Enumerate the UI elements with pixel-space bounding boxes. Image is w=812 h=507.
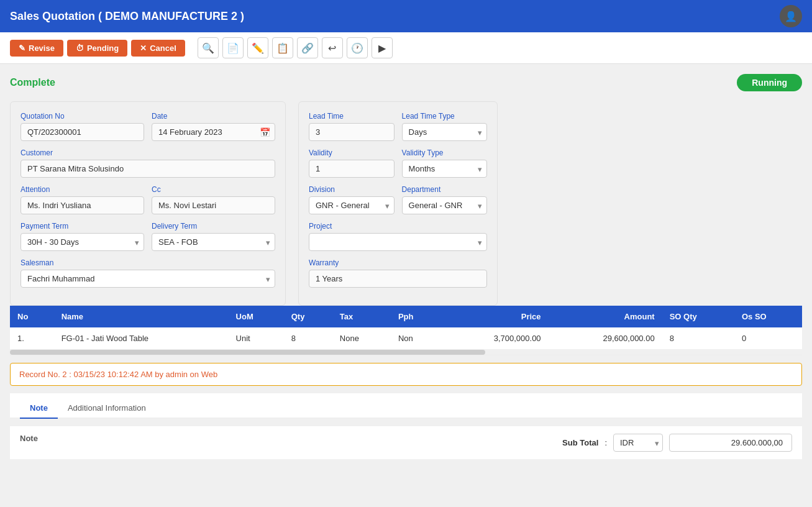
- cc-input[interactable]: [152, 196, 275, 214]
- cell-os-so: 0: [734, 327, 802, 350]
- warranty-input[interactable]: [309, 270, 487, 288]
- col-so-qty: SO Qty: [662, 306, 734, 327]
- division-select[interactable]: GNR - General: [309, 196, 395, 214]
- lead-time-group: Lead Time: [309, 112, 395, 141]
- col-no: No: [10, 306, 54, 327]
- project-select[interactable]: [309, 233, 487, 251]
- clock-icon-button[interactable]: 🕐: [347, 37, 368, 58]
- currency-select[interactable]: IDR USD EUR: [613, 434, 663, 452]
- cc-group: Cc: [152, 185, 275, 214]
- table-row[interactable]: 1. FG-01 - Jati Wood Table Unit 8 None N…: [10, 327, 802, 350]
- subtotal-amount-input[interactable]: [669, 434, 792, 452]
- lead-time-row: Lead Time Lead Time Type Days Months: [309, 112, 487, 148]
- payment-term-select[interactable]: 30H - 30 Days: [21, 233, 144, 251]
- quotation-no-label: Quotation No: [21, 112, 144, 121]
- tab-additional-information[interactable]: Additional Information: [58, 398, 156, 419]
- lead-time-input[interactable]: [309, 123, 395, 141]
- lead-time-type-select[interactable]: Days Months: [402, 123, 488, 141]
- search-icon-button[interactable]: 🔍: [198, 37, 219, 58]
- delivery-term-select[interactable]: SEA - FOB: [152, 233, 275, 251]
- subtotal-label: Sub Total: [562, 438, 598, 447]
- col-price: Price: [442, 306, 549, 327]
- department-label: Department: [402, 185, 488, 194]
- customer-input[interactable]: [21, 160, 275, 178]
- send-icon-button[interactable]: ▶: [372, 37, 393, 58]
- cancel-button[interactable]: ✕ Cancel: [131, 40, 185, 57]
- pending-icon: ⏱: [76, 43, 84, 53]
- tabs-row: Note Additional Information: [10, 393, 802, 419]
- delivery-term-group: Delivery Term SEA - FOB: [152, 222, 275, 251]
- lead-time-type-group: Lead Time Type Days Months: [402, 112, 488, 141]
- payment-term-select-wrapper: 30H - 30 Days: [21, 233, 144, 251]
- lead-time-type-label: Lead Time Type: [402, 112, 488, 121]
- quotation-no-input[interactable]: [21, 123, 144, 141]
- col-name: Name: [54, 306, 229, 327]
- validity-label: Validity: [309, 148, 395, 157]
- division-department-row: Division GNR - General Department Genera…: [309, 185, 487, 222]
- scrollbar-thumb[interactable]: [10, 350, 485, 355]
- payment-term-label: Payment Term: [21, 222, 144, 231]
- department-group: Department General - GNR: [402, 185, 488, 214]
- subtotal-section: Sub Total : IDR USD EUR: [562, 434, 792, 452]
- warranty-label: Warranty: [309, 258, 487, 267]
- cell-amount: 29,600,000.00: [549, 327, 662, 350]
- date-wrapper: [152, 123, 275, 141]
- cell-no: 1.: [10, 327, 54, 350]
- document-icon-button[interactable]: 📄: [222, 37, 244, 58]
- copy-icon-button[interactable]: 📋: [272, 37, 293, 58]
- delivery-term-label: Delivery Term: [152, 222, 275, 231]
- cell-uom: Unit: [229, 327, 284, 350]
- col-amount: Amount: [549, 306, 662, 327]
- revise-icon: ✎: [19, 43, 25, 53]
- back-icon-button[interactable]: ↩: [322, 37, 343, 58]
- project-select-wrapper: [309, 233, 487, 251]
- col-tax: Tax: [332, 306, 391, 327]
- validity-type-select[interactable]: Months Days: [402, 160, 488, 178]
- revise-button[interactable]: ✎ Revise: [10, 40, 63, 57]
- attention-input[interactable]: [21, 196, 144, 214]
- cell-so-qty: 8: [662, 327, 734, 350]
- col-uom: UoM: [229, 306, 284, 327]
- validity-type-select-wrapper: Months Days: [402, 160, 488, 178]
- subtotal-colon: :: [604, 438, 607, 447]
- edit-icon-button[interactable]: ✏️: [247, 37, 268, 58]
- running-badge: Running: [737, 74, 802, 91]
- table-container: No Name UoM Qty Tax Pph Price Amount SO …: [10, 306, 802, 355]
- header: Sales Quotation ( DEMO MANUFACTURE 2 ) 👤: [0, 0, 812, 32]
- lead-time-type-select-wrapper: Days Months: [402, 123, 488, 141]
- customer-label: Customer: [21, 148, 275, 157]
- salesman-label: Salesman: [21, 258, 275, 267]
- avatar[interactable]: 👤: [780, 5, 802, 27]
- date-group: Date: [152, 112, 275, 141]
- department-select-wrapper: General - GNR: [402, 196, 488, 214]
- division-group: Division GNR - General: [309, 185, 395, 214]
- salesman-select[interactable]: Fachri Muhammad: [21, 270, 275, 288]
- form-right-card: Lead Time Lead Time Type Days Months Val…: [298, 101, 498, 306]
- payment-term-group: Payment Term 30H - 30 Days: [21, 222, 144, 251]
- scrollbar-row: [10, 350, 802, 355]
- project-group: Project: [309, 222, 487, 251]
- cell-price: 3,700,000.00: [442, 327, 549, 350]
- note-section: Note: [20, 434, 562, 447]
- date-label: Date: [152, 112, 275, 121]
- cancel-icon: ✕: [140, 43, 147, 53]
- link-icon-button[interactable]: 🔗: [297, 37, 318, 58]
- quotation-date-row: Quotation No Date: [21, 112, 275, 148]
- tab-note[interactable]: Note: [20, 398, 58, 419]
- customer-group: Customer: [21, 148, 275, 178]
- attention-label: Attention: [21, 185, 144, 194]
- validity-row: Validity Validity Type Months Days: [309, 148, 487, 185]
- cell-pph: Non: [391, 327, 442, 350]
- form-section: Quotation No Date Customer Attention: [10, 101, 802, 306]
- validity-type-group: Validity Type Months Days: [402, 148, 488, 178]
- status-complete: Complete: [10, 77, 55, 88]
- cc-label: Cc: [152, 185, 275, 194]
- division-select-wrapper: GNR - General: [309, 196, 395, 214]
- date-input[interactable]: [152, 123, 275, 141]
- validity-input[interactable]: [309, 160, 395, 178]
- main-content: Complete Running Quotation No Date Custo…: [0, 64, 812, 469]
- bottom-section: Note Sub Total : IDR USD EUR: [10, 426, 802, 459]
- department-select[interactable]: General - GNR: [402, 196, 488, 214]
- project-label: Project: [309, 222, 487, 231]
- pending-button[interactable]: ⏱ Pending: [67, 40, 127, 57]
